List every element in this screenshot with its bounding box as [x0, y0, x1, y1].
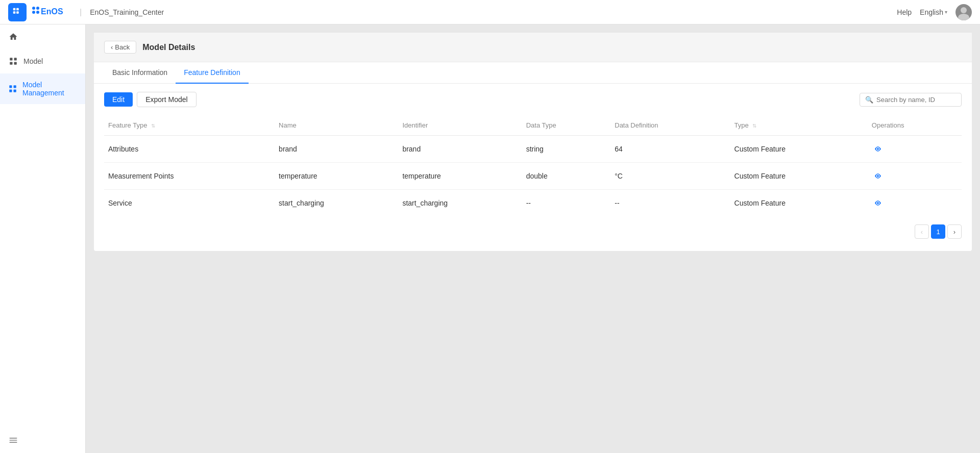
svg-rect-3 [16, 11, 19, 14]
grid-icon [8, 84, 17, 94]
export-model-button[interactable]: Export Model [137, 92, 196, 107]
view-detail-icon[interactable] [872, 170, 884, 182]
cell-name: brand [275, 136, 398, 163]
svg-point-7 [36, 11, 39, 14]
sidebar-item-model-management[interactable]: Model Management [0, 73, 85, 104]
cell-data-type: -- [522, 190, 611, 217]
cell-name: start_charging [275, 190, 398, 217]
svg-point-9 [961, 7, 967, 13]
pagination-prev[interactable]: ‹ [915, 224, 929, 239]
app-icon [8, 3, 27, 21]
pagination-page-1[interactable]: 1 [931, 224, 945, 239]
cell-data-definition: 64 [610, 136, 730, 163]
svg-rect-14 [14, 62, 17, 65]
top-bar-left: EnOS | EnOS_Training_Center [8, 3, 164, 21]
tab-feature-definition[interactable]: Feature Definition [176, 62, 249, 84]
chevron-left-icon: ‹ [921, 228, 923, 236]
back-button[interactable]: ‹ Back [104, 41, 136, 54]
svg-rect-0 [13, 8, 16, 10]
page-content: ‹ Back Model Details Basic Information F… [94, 33, 972, 251]
menu-icon [8, 435, 18, 445]
svg-point-4 [32, 7, 35, 10]
cell-type: Custom Feature [730, 163, 868, 190]
svg-rect-17 [9, 90, 12, 92]
col-data-type: Data Type [522, 115, 611, 136]
user-avatar[interactable] [955, 4, 972, 20]
enos-logo-svg: EnOS [31, 5, 71, 19]
svg-rect-16 [14, 85, 16, 88]
cell-data-type: double [522, 163, 611, 190]
edit-button[interactable]: Edit [104, 92, 133, 107]
col-type: Type ⇅ [730, 115, 868, 136]
view-detail-icon[interactable] [872, 143, 884, 155]
breadcrumb-title: EnOS_Training_Center [90, 8, 164, 16]
cell-operations [868, 163, 962, 190]
cell-operations [868, 136, 962, 163]
pagination: ‹ 1 › [94, 216, 972, 239]
table-header-row: Feature Type ⇅ Name Identifier [104, 115, 962, 136]
cell-data-definition: -- [610, 190, 730, 217]
cell-identifier: start_charging [398, 190, 522, 217]
svg-rect-15 [9, 85, 12, 88]
sidebar-item-model[interactable]: Model [0, 49, 85, 73]
cell-operations [868, 190, 962, 217]
breadcrumb-separator: | [80, 8, 82, 17]
home-icon [8, 32, 18, 42]
search-icon: 🔍 [865, 96, 873, 104]
table-row: Measurement Points temperature temperatu… [104, 163, 962, 190]
view-detail-icon[interactable] [872, 197, 884, 209]
cell-identifier: brand [398, 136, 522, 163]
svg-rect-2 [13, 11, 16, 14]
col-data-definition: Data Definition [610, 115, 730, 136]
sort-icon-feature-type[interactable]: ⇅ [151, 123, 155, 129]
svg-rect-12 [14, 58, 17, 60]
svg-point-5 [36, 7, 39, 10]
cell-data-type: string [522, 136, 611, 163]
sidebar-item-home[interactable] [0, 24, 85, 49]
cell-feature-type: Measurement Points [104, 163, 275, 190]
top-bar-right: Help English ▾ [897, 4, 972, 20]
back-chevron-icon: ‹ [111, 43, 113, 51]
cell-type: Custom Feature [730, 190, 868, 217]
svg-rect-19 [10, 438, 17, 439]
cell-feature-type: Attributes [104, 136, 275, 163]
page-number: 1 [936, 228, 940, 236]
svg-point-10 [958, 14, 969, 20]
toolbar: Edit Export Model 🔍 [94, 84, 972, 115]
sidebar-item-model-label: Model [23, 57, 43, 65]
svg-point-6 [32, 11, 35, 14]
svg-rect-11 [10, 58, 12, 60]
cell-name: temperature [275, 163, 398, 190]
help-link[interactable]: Help [897, 8, 912, 16]
language-label: English [920, 8, 943, 16]
cell-feature-type: Service [104, 190, 275, 217]
col-operations: Operations [868, 115, 962, 136]
col-identifier: Identifier [398, 115, 522, 136]
top-bar: EnOS | EnOS_Training_Center Help English… [0, 0, 980, 24]
tab-basic-information[interactable]: Basic Information [104, 62, 176, 84]
sort-icon-type[interactable]: ⇅ [752, 123, 756, 129]
col-feature-type: Feature Type ⇅ [104, 115, 275, 136]
page-header: ‹ Back Model Details [94, 33, 972, 62]
chevron-right-icon: › [953, 228, 955, 236]
content-area: ‹ Back Model Details Basic Information F… [86, 24, 980, 453]
svg-rect-18 [14, 90, 16, 92]
model-icon [8, 56, 18, 66]
table-row: Service start_charging start_charging --… [104, 190, 962, 217]
logo: EnOS [31, 5, 71, 19]
chevron-down-icon: ▾ [945, 9, 947, 15]
sidebar: Model Model Management [0, 24, 86, 453]
table-row: Attributes brand brand string 64 Custom … [104, 136, 962, 163]
sidebar-bottom-menu[interactable] [0, 429, 85, 453]
pagination-next[interactable]: › [947, 224, 962, 239]
cell-data-definition: °C [610, 163, 730, 190]
svg-rect-13 [10, 62, 12, 65]
svg-text:EnOS: EnOS [41, 7, 63, 16]
back-label: Back [115, 43, 130, 51]
search-box[interactable]: 🔍 [860, 93, 962, 107]
language-selector[interactable]: English ▾ [920, 8, 947, 16]
search-input[interactable] [876, 96, 956, 104]
col-name: Name [275, 115, 398, 136]
tabs: Basic Information Feature Definition [94, 62, 972, 84]
svg-rect-21 [10, 442, 17, 443]
